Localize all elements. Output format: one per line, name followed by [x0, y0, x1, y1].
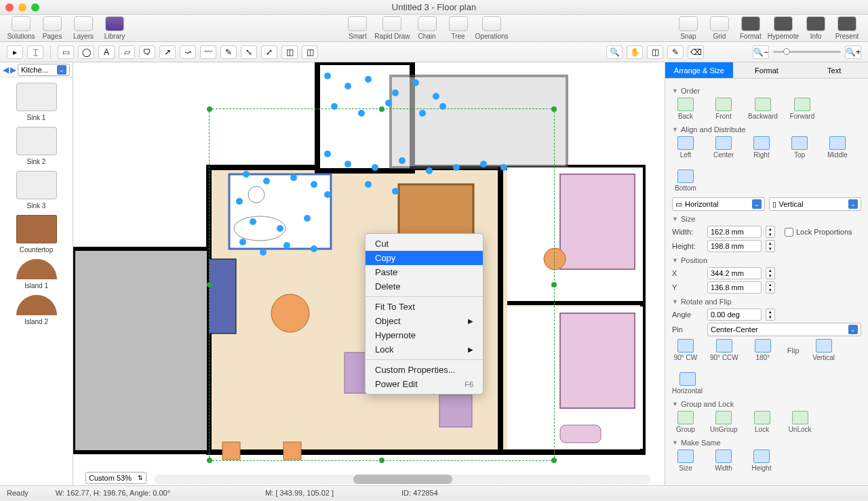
connector2-tool[interactable]: ⤢ — [261, 45, 277, 59]
section-makesame[interactable]: Make Same — [672, 439, 861, 447]
align-row-center[interactable]: Center — [710, 136, 737, 159]
x-stepper[interactable]: ▴▾ — [766, 267, 775, 279]
ctx-power-edit[interactable]: Power EditF6 — [366, 377, 483, 391]
pin-select[interactable]: Center-Center⌄ — [707, 323, 861, 336]
connector-tool[interactable]: ⤡ — [241, 45, 257, 59]
toolbar-chain[interactable]: Chain — [413, 16, 441, 40]
group-row-lock[interactable]: Lock — [749, 411, 776, 433]
align-row-right[interactable]: Right — [748, 136, 775, 159]
select-tool[interactable]: ▸ — [7, 45, 23, 59]
library-item-sink1[interactable]: Sink 1 — [0, 80, 73, 124]
minimize-window[interactable] — [18, 3, 26, 12]
ctx-fit-to-text[interactable]: Fit To Text — [366, 300, 483, 314]
zoom-window[interactable] — [31, 3, 39, 12]
height-stepper[interactable]: ▴▾ — [766, 240, 775, 252]
ellipse-tool[interactable]: ◯ — [78, 45, 94, 59]
ctx-custom-properties-[interactable]: Custom Properties... — [366, 363, 483, 377]
angle-stepper[interactable]: ▴▾ — [766, 308, 775, 321]
width-input[interactable] — [707, 226, 762, 238]
library-item-island2[interactable]: Island 2 — [0, 292, 73, 328]
canvas-hscroll[interactable] — [155, 475, 651, 484]
toolbar-pages[interactable]: Pages — [38, 16, 66, 40]
section-align[interactable]: Align and Distribute — [672, 125, 861, 134]
y-input[interactable] — [707, 281, 762, 294]
eyedropper-tool[interactable]: ✎ — [667, 45, 684, 59]
group-row-group[interactable]: Group — [672, 411, 699, 433]
toolbar-layers[interactable]: Layers — [69, 16, 98, 40]
ctx-hypernote[interactable]: Hypernote — [366, 328, 483, 342]
lock-proportions[interactable]: Lock Proportions — [785, 228, 852, 237]
order-row-front[interactable]: Front — [710, 98, 737, 120]
close-window[interactable] — [5, 3, 14, 12]
toolbar-library[interactable]: Library — [100, 16, 129, 40]
inspector-tab-format[interactable]: Format — [733, 62, 801, 79]
ctx-lock[interactable]: Lock▶ — [366, 342, 483, 357]
shape-conn2-tool[interactable]: ◫ — [302, 45, 318, 59]
align-row-bottom[interactable]: Bottom — [672, 169, 699, 192]
canvas-area[interactable]: CutCopyPasteDeleteFit To TextObject▶Hype… — [73, 62, 665, 485]
arc-tool[interactable]: ⤻ — [180, 45, 196, 59]
zoom-in[interactable]: 🔍+ — [845, 45, 861, 59]
ctx-delete[interactable]: Delete — [366, 279, 483, 294]
angle-input[interactable] — [707, 308, 762, 321]
crop-tool[interactable]: ◫ — [647, 45, 663, 59]
library-item-sink2[interactable]: Sink 2 — [0, 124, 73, 168]
toolbar-solutions[interactable]: Solutions — [7, 16, 35, 40]
x-input[interactable] — [707, 267, 762, 279]
flip-vertical[interactable]: Vertical — [810, 339, 837, 361]
toolbar-present[interactable]: Present — [833, 16, 861, 40]
toolbar-smart[interactable]: Smart — [343, 16, 372, 40]
makesame-row-size[interactable]: Size — [672, 449, 699, 472]
lib-nav-back[interactable]: ◀ — [3, 65, 9, 75]
toolbar-format[interactable]: Format — [736, 16, 765, 40]
toolbar-info[interactable]: Info — [802, 16, 830, 40]
shape-conn-tool[interactable]: ◫ — [281, 45, 298, 59]
section-rotate[interactable]: Rotate and Flip — [672, 298, 861, 306]
rect-tool[interactable]: ▭ — [58, 45, 74, 59]
toolbar-tree[interactable]: Tree — [444, 16, 473, 40]
zoom-combo[interactable]: Custom 53%⇅ — [85, 472, 146, 484]
flip-horizontal[interactable]: Horizontal — [672, 372, 703, 395]
eraser-tool[interactable]: ⌫ — [688, 45, 704, 59]
toolbar-snap[interactable]: Snap — [674, 16, 703, 40]
align-row-left[interactable]: Left — [672, 136, 699, 159]
horizontal-align-select[interactable]: ▭Horizontal⌄ — [672, 197, 765, 211]
toolbar-grid[interactable]: Grid — [705, 16, 734, 40]
group-row-unlock[interactable]: UnLock — [787, 411, 814, 433]
section-position[interactable]: Position — [672, 256, 861, 264]
ctx-paste[interactable]: Paste — [366, 265, 483, 279]
section-group[interactable]: Group and Lock — [672, 400, 861, 408]
inspector-tab-text[interactable]: Text — [800, 62, 868, 79]
toolbar-hypernote[interactable]: Hypernote — [768, 16, 799, 40]
toolbar-operations[interactable]: Operations — [475, 16, 509, 40]
library-item-island1[interactable]: Island 1 — [0, 256, 73, 292]
section-order[interactable]: Order — [672, 87, 861, 95]
rotate-90-ccw[interactable]: 90° CCW — [710, 339, 738, 361]
vertical-align-select[interactable]: ▯Vertical⌄ — [769, 197, 862, 211]
spline-tool[interactable]: 〰 — [200, 45, 216, 59]
height-input[interactable] — [707, 240, 762, 252]
makesame-row-height[interactable]: Height — [748, 449, 775, 472]
text-tool[interactable]: A — [98, 45, 115, 59]
library-item-countertop[interactable]: Countertop — [0, 212, 73, 256]
zoom-slider[interactable] — [773, 51, 841, 53]
lib-nav-fwd[interactable]: ▶ — [10, 65, 16, 75]
inspector-tab-arrange-size[interactable]: Arrange & Size — [665, 62, 733, 79]
width-stepper[interactable]: ▴▾ — [766, 226, 775, 238]
library-item-sink3[interactable]: Sink 3 — [0, 168, 73, 212]
ctx-cut[interactable]: Cut — [366, 237, 483, 251]
group-row-ungroup[interactable]: UnGroup — [710, 411, 738, 433]
rotate-90-cw[interactable]: 90° CW — [672, 339, 699, 361]
zoom-tool[interactable]: 🔍 — [606, 45, 623, 59]
textbox-tool[interactable]: ▱ — [119, 45, 135, 59]
brush-tool[interactable]: ✎ — [220, 45, 237, 59]
text-select-tool[interactable]: ⌶ — [27, 45, 43, 59]
align-row-top[interactable]: Top — [786, 136, 813, 159]
align-row-middle[interactable]: Middle — [824, 136, 851, 159]
hand-tool[interactable]: ✋ — [627, 45, 643, 59]
library-picker[interactable]: Kitche... ⌄ — [18, 64, 70, 76]
section-size[interactable]: Size — [672, 215, 861, 223]
line-tool[interactable]: ↗ — [159, 45, 176, 59]
order-row-back[interactable]: Back — [672, 98, 699, 120]
zoom-out[interactable]: 🔍− — [753, 45, 769, 59]
